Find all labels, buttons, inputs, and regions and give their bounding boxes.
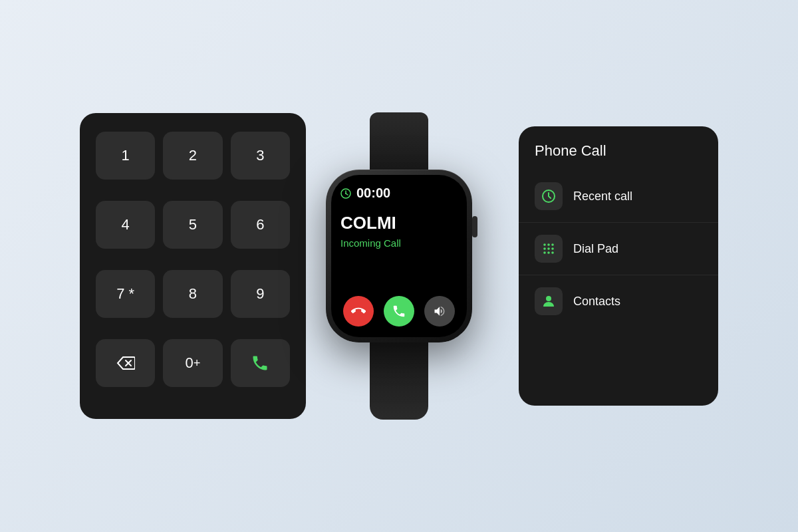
dial-pad-label: Dial Pad bbox=[573, 242, 618, 256]
menu-item-recent-call[interactable]: Recent call bbox=[519, 170, 718, 223]
svg-point-9 bbox=[547, 247, 550, 250]
dial-key-call[interactable] bbox=[231, 339, 290, 387]
svg-point-7 bbox=[551, 243, 554, 246]
contacts-label: Contacts bbox=[573, 295, 620, 309]
svg-point-5 bbox=[543, 243, 546, 246]
watch-crown bbox=[472, 216, 477, 237]
svg-point-6 bbox=[547, 243, 550, 246]
svg-point-12 bbox=[547, 251, 550, 254]
watch-decline-button[interactable] bbox=[343, 296, 374, 327]
watch-speaker-button[interactable] bbox=[424, 296, 455, 327]
watch-band-bottom bbox=[370, 340, 428, 420]
svg-point-11 bbox=[543, 251, 546, 254]
phone-call-title: Phone Call bbox=[519, 126, 718, 170]
watch-screen: 00:00 COLMI Incoming Call bbox=[331, 175, 467, 337]
watch-time-icon bbox=[340, 188, 351, 199]
dial-key-7[interactable]: 7 * bbox=[96, 270, 155, 318]
dial-pad-icon bbox=[535, 235, 563, 263]
dial-key-9[interactable]: 9 bbox=[231, 270, 290, 318]
dial-key-backspace[interactable] bbox=[96, 339, 155, 387]
watch-action-buttons bbox=[340, 296, 458, 327]
dial-key-8[interactable]: 8 bbox=[163, 270, 222, 318]
dial-pad-panel: 1 2 3 4 5 6 7 * 8 9 0 + bbox=[80, 113, 306, 419]
watch-band-top bbox=[370, 112, 428, 172]
svg-point-14 bbox=[546, 296, 551, 301]
dial-key-6[interactable]: 6 bbox=[231, 201, 290, 249]
dial-key-3[interactable]: 3 bbox=[231, 132, 290, 180]
dial-key-0[interactable]: 0 + bbox=[163, 339, 222, 387]
dial-key-4[interactable]: 4 bbox=[96, 201, 155, 249]
contacts-icon bbox=[535, 287, 563, 315]
watch-time-display: 00:00 bbox=[356, 186, 390, 201]
dial-key-1[interactable]: 1 bbox=[96, 132, 155, 180]
main-scene: 1 2 3 4 5 6 7 * 8 9 0 + bbox=[80, 53, 718, 479]
dial-key-5[interactable]: 5 bbox=[163, 201, 222, 249]
svg-point-13 bbox=[551, 251, 554, 254]
recent-call-label: Recent call bbox=[573, 190, 632, 203]
watch-caller-name: COLMI bbox=[340, 213, 458, 233]
phone-call-panel: Phone Call Recent call bbox=[519, 126, 718, 406]
svg-point-10 bbox=[551, 247, 554, 250]
smartwatch: 00:00 COLMI Incoming Call bbox=[326, 112, 472, 420]
watch-call-status: Incoming Call bbox=[340, 237, 458, 249]
svg-point-8 bbox=[543, 247, 546, 250]
dial-key-2[interactable]: 2 bbox=[163, 132, 222, 180]
watch-time-row: 00:00 bbox=[340, 186, 458, 201]
svg-point-3 bbox=[345, 193, 346, 194]
recent-call-icon bbox=[535, 182, 563, 210]
menu-item-contacts[interactable]: Contacts bbox=[519, 275, 718, 327]
menu-item-dial-pad[interactable]: Dial Pad bbox=[519, 223, 718, 275]
watch-accept-button[interactable] bbox=[384, 296, 414, 327]
watch-body: 00:00 COLMI Incoming Call bbox=[326, 170, 472, 342]
